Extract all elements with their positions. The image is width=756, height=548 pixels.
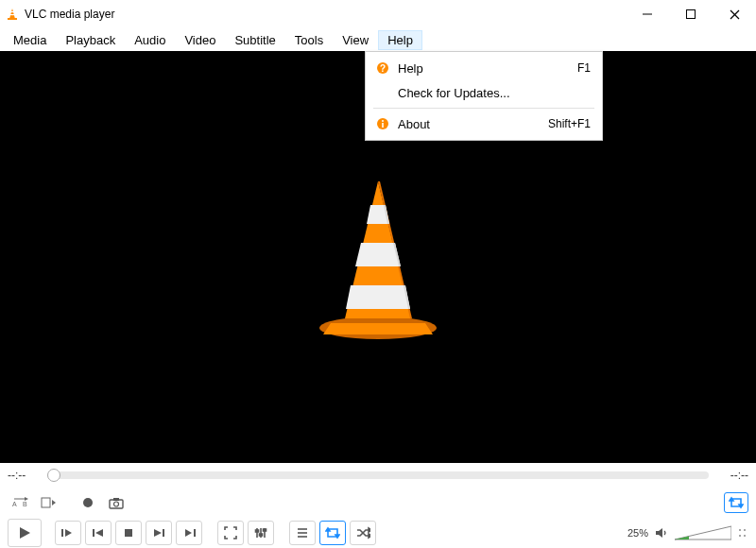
menubar: Media Playback Audio Video Subtitle Tool… [0,28,756,51]
stop-button[interactable] [115,521,142,545]
help-menu-about-shortcut: Shift+F1 [548,117,591,130]
vlc-cone-icon [6,8,19,21]
shuffle-button[interactable] [350,521,376,545]
window-title: VLC media player [25,8,114,21]
menu-playback[interactable]: Playback [56,30,125,50]
svg-marker-36 [65,529,72,537]
svg-text:B: B [23,501,27,507]
help-menu-separator [373,108,594,109]
svg-point-11 [382,120,384,122]
svg-marker-14 [323,323,433,334]
help-circle-icon: ? [373,61,392,75]
help-menu-help[interactable]: ? Help F1 [366,56,602,80]
record-button[interactable] [76,492,100,513]
svg-marker-42 [185,529,192,537]
titlebar: VLC media player [0,0,756,28]
svg-rect-37 [93,529,94,537]
help-menu-updates-label: Check for Updates... [392,86,591,100]
svg-point-62 [744,529,746,531]
previous-button[interactable] [85,521,112,545]
svg-rect-49 [264,529,266,531]
maximize-button[interactable] [669,0,713,28]
menu-audio[interactable]: Audio [125,30,175,50]
volume-percent: 25% [627,527,648,539]
ab-loop-button[interactable]: AB [8,492,32,513]
svg-point-63 [744,535,746,537]
vlc-cone-logo [302,172,454,342]
svg-rect-2 [10,14,15,15]
help-dropdown: ? Help F1 Check for Updates... About Shi… [365,51,603,141]
seek-row: --:-- --:-- [0,463,756,488]
svg-marker-55 [369,528,370,532]
menu-tools[interactable]: Tools [285,30,333,50]
svg-rect-1 [10,11,14,12]
svg-rect-47 [256,530,259,532]
svg-marker-34 [20,527,30,539]
svg-point-60 [739,529,741,531]
svg-point-28 [83,498,93,507]
svg-marker-56 [369,534,370,538]
help-menu-help-shortcut: F1 [577,61,591,75]
svg-marker-27 [52,500,56,505]
playlist-button[interactable] [289,521,316,545]
seek-slider[interactable] [47,471,709,479]
menu-video[interactable]: Video [175,30,225,50]
help-menu-about[interactable]: About Shift+F1 [366,111,602,136]
info-circle-icon [373,117,392,130]
svg-point-31 [114,502,119,506]
help-menu-updates[interactable]: Check for Updates... [366,80,602,105]
skip-forward-long-button[interactable] [176,521,202,545]
svg-marker-18 [355,243,401,266]
menu-view[interactable]: View [333,30,378,50]
extended-settings-button[interactable] [248,521,274,545]
close-button[interactable] [713,0,756,28]
help-menu-about-label: About [392,117,548,131]
frame-step-button[interactable] [36,492,60,513]
svg-rect-35 [61,529,63,537]
volume-max-icon [737,526,748,539]
play-button[interactable] [8,519,42,547]
svg-rect-26 [42,498,50,507]
skip-back-long-button[interactable] [55,521,81,545]
menu-subtitle[interactable]: Subtitle [225,30,284,50]
svg-rect-48 [260,534,263,536]
svg-rect-43 [194,529,196,537]
loop-button[interactable] [319,521,346,545]
elapsed-time: --:-- [8,469,40,482]
svg-marker-57 [656,528,662,538]
svg-marker-38 [95,529,103,537]
total-time: --:-- [716,469,748,482]
svg-rect-3 [8,18,17,20]
next-button[interactable] [146,521,172,545]
svg-marker-40 [154,529,162,537]
volume-slider[interactable] [675,524,731,541]
svg-rect-39 [125,529,132,537]
svg-rect-30 [113,498,119,501]
video-area: ? Help F1 Check for Updates... About Shi… [0,51,756,463]
minimize-button[interactable] [626,0,669,28]
menu-media[interactable]: Media [4,30,56,50]
menu-help[interactable]: Help [378,30,422,50]
fullscreen-button[interactable] [217,521,244,545]
speaker-icon[interactable] [654,526,669,539]
svg-marker-0 [9,9,15,19]
svg-rect-41 [163,529,164,537]
svg-rect-12 [382,123,384,128]
svg-rect-29 [110,500,123,508]
svg-text:?: ? [380,63,386,74]
snapshot-button[interactable] [104,492,129,513]
svg-point-61 [739,535,741,537]
controls: AB 25% [0,488,756,548]
loop-setting-button[interactable] [724,492,748,513]
svg-marker-19 [346,285,410,309]
help-menu-help-label: Help [392,61,577,76]
seek-knob[interactable] [47,469,60,482]
svg-rect-5 [687,10,696,19]
svg-text:A: A [12,501,17,507]
